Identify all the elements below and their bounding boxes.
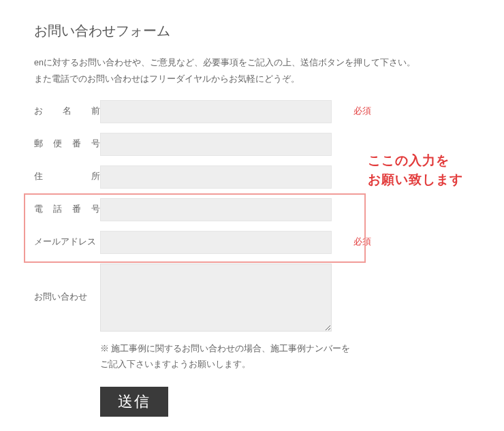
input-name[interactable] — [100, 100, 332, 123]
submit-button[interactable]: 送信 — [100, 387, 168, 417]
annotation-text: ここの入力を お願い致します — [368, 151, 463, 189]
label-inquiry: お問い合わせ — [34, 291, 100, 303]
intro-text: enに対するお問い合わせや、ご意見など、必要事項をご記入の上、送信ボタンを押して… — [34, 55, 470, 88]
note-line2: ご記入下さいますようお願いします。 — [100, 360, 251, 369]
note-line1: ※ 施工事例に関するお問い合わせの場合、施工事例ナンバーを — [100, 344, 350, 353]
label-address: 住所 — [34, 171, 100, 182]
input-phone[interactable] — [100, 198, 332, 221]
page-title: お問い合わせフォーム — [34, 22, 470, 40]
label-email: メールアドレス — [34, 236, 100, 248]
row-name: お名前 必須 — [34, 100, 470, 123]
intro-line2: また電話でのお問い合わせはフリーダイヤルからお気軽にどうぞ。 — [34, 74, 300, 84]
input-address[interactable] — [100, 165, 332, 189]
row-email: メールアドレス 必須 — [34, 231, 470, 254]
label-postal: 郵便番号 — [34, 138, 100, 150]
input-postal[interactable] — [100, 133, 332, 156]
required-name: 必須 — [353, 106, 371, 117]
label-name: お名前 — [34, 106, 100, 117]
note-text: ※ 施工事例に関するお問い合わせの場合、施工事例ナンバーを ご記入下さいますよう… — [100, 341, 470, 374]
row-inquiry: お問い合わせ — [34, 264, 470, 332]
required-email: 必須 — [353, 236, 371, 248]
annotation-line2: お願い致します — [368, 172, 463, 187]
row-phone: 電話番号 — [34, 198, 470, 221]
input-inquiry[interactable] — [100, 264, 332, 332]
input-email[interactable] — [100, 231, 332, 254]
annotation-line1: ここの入力を — [368, 153, 450, 167]
intro-line1: enに対するお問い合わせや、ご意見など、必要事項をご記入の上、送信ボタンを押して… — [34, 58, 415, 67]
label-phone: 電話番号 — [34, 204, 100, 215]
